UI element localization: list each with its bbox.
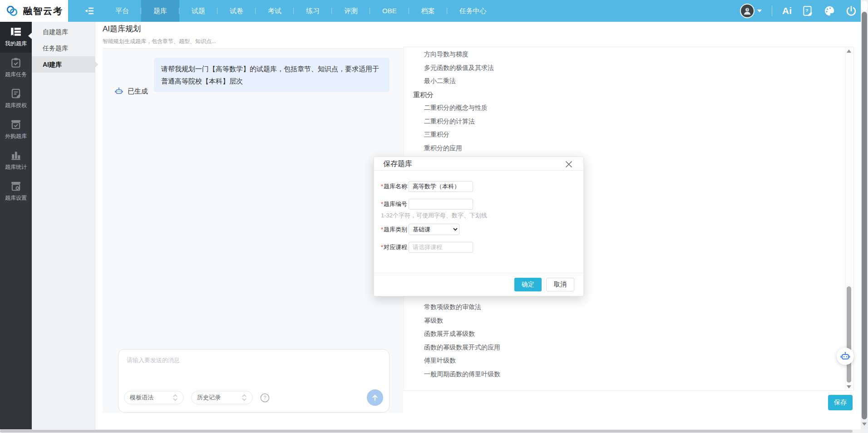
message-input-box[interactable]: 请输入要发送的消息 模板语法 历史记录 ? xyxy=(118,349,390,413)
template-syntax-label: 模板语法 xyxy=(130,394,153,402)
top-navigation: 平台 题库 试题 试卷 考试 练习 xyxy=(103,0,499,22)
outline-item-text: 一般周期函数的傅里叶级数 xyxy=(424,370,500,378)
robot-icon xyxy=(114,87,123,96)
nav-item-label: 档案 xyxy=(421,7,435,15)
nav-item[interactable]: 任务中心 xyxy=(447,0,499,22)
bar-chart-icon xyxy=(10,149,22,161)
nav-item-label: 任务中心 xyxy=(459,7,487,15)
theme-palette-icon[interactable] xyxy=(824,5,835,17)
nav-item[interactable]: 考试 xyxy=(256,0,294,22)
nav-item[interactable]: 题库 xyxy=(141,0,179,22)
primary-sidebar: 我的题库 题库任务 题库授权 外购题库 xyxy=(0,22,32,429)
nav-item[interactable]: 平台 xyxy=(103,0,141,22)
chat-panel: 请帮我规划一门【高等数学】的试题库，包括章节、知识点，要求适用于普通高等院校【本… xyxy=(103,48,403,413)
sidebar-item-bank-authorization[interactable]: 题库授权 xyxy=(0,84,32,114)
outline-item-text: 常数项级数的审敛法 xyxy=(424,303,481,310)
feedback-note-icon[interactable]: ? xyxy=(802,5,814,17)
outline-item-text: 多元函数的极值及其求法 xyxy=(424,64,494,71)
subsidebar-item-task-banks[interactable]: 任务题库 xyxy=(32,40,95,56)
topbar-actions: ? Ai ? xyxy=(740,0,857,22)
subsidebar-item-ai-builder[interactable]: AI建库 xyxy=(32,56,95,73)
nav-item[interactable]: 评测 xyxy=(332,0,370,22)
topbar: 融智云考 平台 题库 试题 试卷 xyxy=(0,0,868,22)
nav-item[interactable]: 试题 xyxy=(179,0,217,22)
panel-scrollbar[interactable] xyxy=(845,48,853,390)
outline-item-text: 函数的幂级数展开式的应用 xyxy=(424,344,500,351)
sidebar-item-bank-tasks[interactable]: 题库任务 xyxy=(0,53,32,84)
sidebar-item-bank-settings[interactable]: 题库设置 xyxy=(0,176,32,207)
ai-robot-fab[interactable] xyxy=(837,348,854,365)
window-horizontal-scrollbar[interactable] xyxy=(0,429,868,433)
user-menu[interactable]: ? xyxy=(740,4,762,18)
outline-item: 函数展开成幂级数 xyxy=(404,327,831,341)
scroll-down-arrow-icon[interactable] xyxy=(862,423,867,426)
updown-icon xyxy=(242,394,247,401)
bank-code-input[interactable] xyxy=(409,199,473,210)
subsidebar-item-self-built[interactable]: 自建题库 xyxy=(32,24,95,40)
bank-category-select[interactable]: 基础课 xyxy=(409,224,459,235)
arrow-up-icon xyxy=(371,394,379,402)
field-row-course: *对应课程 xyxy=(381,241,574,253)
nav-item[interactable]: 练习 xyxy=(294,0,332,22)
close-icon[interactable] xyxy=(565,161,572,168)
outline-item: 重积分的应用 xyxy=(404,142,831,155)
outline-item-text: 傅里叶级数 xyxy=(424,357,456,364)
nav-item[interactable]: 档案 xyxy=(409,0,447,22)
outline-item: 二重积分的概念与性质 xyxy=(404,101,831,115)
message-input-placeholder: 请输入要发送的消息 xyxy=(127,356,180,364)
scroll-down-arrow-icon[interactable] xyxy=(847,385,851,389)
page-title: AI题库规划 xyxy=(103,24,216,34)
panel-scrollbar-thumb[interactable] xyxy=(847,286,851,383)
help-icon[interactable]: ? xyxy=(260,393,270,403)
scrollbar-top-button[interactable] xyxy=(861,1,868,11)
nav-item[interactable]: OBE xyxy=(370,0,409,22)
divider xyxy=(772,5,772,16)
outline-item-text: 幂级数 xyxy=(424,317,443,324)
generation-status: 已生成 xyxy=(114,87,148,96)
name-field-label: *题库名称 xyxy=(381,182,407,191)
sidebar-item-label: 我的题库 xyxy=(5,40,27,48)
template-syntax-select[interactable]: 模板语法 xyxy=(124,391,184,404)
window-vertical-scrollbar[interactable] xyxy=(861,0,868,433)
app-window: 融智云考 平台 题库 试题 试卷 xyxy=(0,0,868,433)
outline-list-bottom: 常数项级数的审敛法 幂级数 函数展开成幂级数 函数的幂级数展开式的应用 傅里叶级… xyxy=(404,300,831,381)
vertical-scrollbar-thumb[interactable] xyxy=(862,12,867,419)
sidebar-item-label: 题库任务 xyxy=(5,71,27,79)
history-label: 历史记录 xyxy=(197,394,221,402)
horizontal-scrollbar-thumb[interactable] xyxy=(0,430,853,433)
chevron-down-icon xyxy=(757,10,762,12)
bank-name-input[interactable] xyxy=(409,181,473,192)
field-row-name: *题库名称 xyxy=(381,181,574,192)
nav-item-label: 试卷 xyxy=(230,7,243,15)
send-button[interactable] xyxy=(367,389,383,406)
user-icon: ? xyxy=(742,6,752,16)
outline-item: 最小二乘法 xyxy=(404,74,831,88)
save-outline-button[interactable]: 保存 xyxy=(828,395,853,410)
avatar[interactable]: ? xyxy=(740,4,755,18)
outline-item: 一般周期函数的傅里叶级数 xyxy=(404,368,831,381)
outline-item-text: 重积分 xyxy=(413,91,434,98)
scroll-up-arrow-icon[interactable] xyxy=(847,49,851,53)
logout-power-icon[interactable] xyxy=(845,5,857,17)
collapse-menu-icon[interactable] xyxy=(84,5,95,16)
brand-logo-icon xyxy=(5,4,19,18)
svg-text:?: ? xyxy=(264,395,266,400)
history-select[interactable]: 历史记录 xyxy=(191,391,253,404)
ai-assistant-icon[interactable]: Ai xyxy=(782,5,792,16)
cancel-button[interactable]: 取消 xyxy=(546,278,574,291)
sidebar-item-my-banks[interactable]: 我的题库 xyxy=(0,22,32,53)
nav-item[interactable]: 试卷 xyxy=(217,0,256,22)
confirm-button[interactable]: 确定 xyxy=(514,278,542,291)
course-select-input[interactable] xyxy=(409,242,473,253)
dialog-footer: 确定 取消 xyxy=(374,273,583,296)
sidebar-item-bank-statistics[interactable]: 题库统计 xyxy=(0,145,32,176)
page-subtitle: 智能规划生成题库，包含章节、题型、知识点... xyxy=(103,38,216,45)
nav-item-label: 题库 xyxy=(153,7,167,15)
outline-list-top: 方向导数与梯度 多元函数的极值及其求法 最小二乘法 重积分 二重积分的概念与性质 xyxy=(404,48,831,155)
required-asterisk: * xyxy=(381,244,383,251)
outline-item: 方向导数与梯度 xyxy=(404,48,831,61)
sidebar-item-purchased-banks[interactable]: 外购题库 xyxy=(0,114,32,145)
outline-item-text: 方向导数与梯度 xyxy=(424,50,469,58)
robot-icon xyxy=(840,351,851,362)
code-field-label: *题库编号 xyxy=(381,200,407,208)
